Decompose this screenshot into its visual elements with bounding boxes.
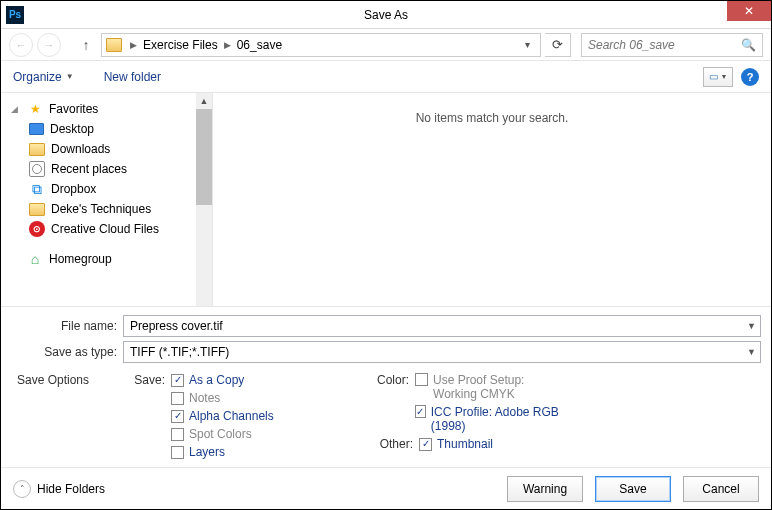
app-icon: Ps: [6, 6, 24, 24]
titlebar: Ps Save As ✕: [1, 1, 771, 29]
search-box[interactable]: 🔍: [581, 33, 763, 57]
tree-label: Homegroup: [49, 252, 112, 266]
color-group-label: Color:: [377, 373, 415, 433]
check-label: ICC Profile: Adobe RGB (1998): [431, 405, 563, 433]
tree-item-dropbox[interactable]: ⧉ Dropbox: [11, 179, 212, 199]
warning-button[interactable]: Warning: [507, 476, 583, 502]
check-label: Thumbnail: [437, 437, 493, 451]
search-input[interactable]: [588, 38, 741, 52]
scroll-up-icon[interactable]: ▲: [196, 93, 212, 109]
tree-label: Downloads: [51, 142, 110, 156]
tree-label: Deke's Techniques: [51, 202, 151, 216]
file-list: No items match your search.: [213, 93, 771, 306]
checkbox-icon: [171, 446, 184, 459]
forward-button[interactable]: →: [37, 33, 61, 57]
back-icon: ←: [16, 39, 27, 51]
hide-folders-button[interactable]: ˄ Hide Folders: [13, 480, 105, 498]
check-label: Spot Colors: [189, 427, 252, 441]
up-icon: ↑: [83, 37, 90, 53]
other-group-label: Other:: [377, 437, 419, 451]
toolbar: Organize ▼ New folder ▭ ▼ ?: [1, 61, 771, 93]
tree-item-recent[interactable]: Recent places: [11, 159, 212, 179]
homegroup-icon: ⌂: [27, 251, 43, 267]
view-options-button[interactable]: ▭ ▼: [703, 67, 733, 87]
check-notes: Notes: [171, 391, 274, 405]
save-type-value: TIFF (*.TIF;*.TIFF): [130, 345, 229, 359]
check-label: As a Copy: [189, 373, 244, 387]
form-area: File name: Prepress cover.tif ▼ Save as …: [1, 306, 771, 467]
checkbox-icon: [171, 410, 184, 423]
chevron-right-icon: ▶: [220, 40, 235, 50]
check-thumbnail[interactable]: Thumbnail: [419, 437, 493, 451]
tree-group-favorites[interactable]: ◢ ★ Favorites: [11, 99, 212, 119]
check-proof-setup: Use Proof Setup: Working CMYK: [415, 373, 563, 401]
tree-label: Favorites: [49, 102, 98, 116]
refresh-button[interactable]: ⟳: [545, 33, 571, 57]
forward-icon: →: [44, 39, 55, 51]
star-icon: ★: [27, 101, 43, 117]
footer: ˄ Hide Folders Warning Save Cancel: [1, 467, 771, 509]
chevron-down-icon[interactable]: ▼: [747, 347, 756, 357]
disclosure-icon: ◢: [11, 104, 21, 114]
tree-group-homegroup[interactable]: ⌂ Homegroup: [11, 249, 212, 269]
checkbox-icon: [171, 392, 184, 405]
organize-label: Organize: [13, 70, 62, 84]
dropbox-icon: ⧉: [29, 181, 45, 197]
check-label: Alpha Channels: [189, 409, 274, 423]
nav-row: ← → ↑ ▶ Exercise Files ▶ 06_save ▾ ⟳ 🔍: [1, 29, 771, 61]
organize-menu[interactable]: Organize ▼: [13, 70, 74, 84]
save-button[interactable]: Save: [595, 476, 671, 502]
breadcrumb-segment[interactable]: 06_save: [237, 38, 282, 52]
check-icc-profile[interactable]: ICC Profile: Adobe RGB (1998): [415, 405, 563, 433]
check-label: Notes: [189, 391, 220, 405]
chevron-down-icon[interactable]: ▼: [747, 321, 756, 331]
check-label: Layers: [189, 445, 225, 459]
file-name-label: File name:: [11, 319, 123, 333]
chevron-down-icon: ▼: [721, 73, 728, 80]
check-as-a-copy[interactable]: As a Copy: [171, 373, 274, 387]
view-icon: ▭: [709, 71, 718, 82]
folder-tree: ◢ ★ Favorites Desktop Downloads Recent p…: [1, 93, 213, 306]
creative-cloud-icon: ⊙: [29, 221, 45, 237]
chevron-right-icon: ▶: [126, 40, 141, 50]
save-group-label: Save:: [129, 373, 171, 459]
tree-item-downloads[interactable]: Downloads: [11, 139, 212, 159]
cancel-button[interactable]: Cancel: [683, 476, 759, 502]
check-layers[interactable]: Layers: [171, 445, 274, 459]
tree-label: Recent places: [51, 162, 127, 176]
tree-item-dekes[interactable]: Deke's Techniques: [11, 199, 212, 219]
checkbox-icon: [415, 373, 428, 386]
back-button[interactable]: ←: [9, 33, 33, 57]
save-type-label: Save as type:: [11, 345, 123, 359]
breadcrumb-segment[interactable]: Exercise Files: [143, 38, 218, 52]
close-button[interactable]: ✕: [727, 1, 771, 21]
chevron-down-icon: ▼: [66, 72, 74, 81]
tree-item-desktop[interactable]: Desktop: [11, 119, 212, 139]
help-button[interactable]: ?: [741, 68, 759, 86]
breadcrumb[interactable]: ▶ Exercise Files ▶ 06_save ▾: [101, 33, 541, 57]
checkbox-icon: [415, 405, 426, 418]
folder-icon: [29, 203, 45, 216]
save-options-header: Save Options: [11, 373, 129, 459]
tree-label: Dropbox: [51, 182, 96, 196]
save-type-field[interactable]: TIFF (*.TIF;*.TIFF) ▼: [123, 341, 761, 363]
checkbox-icon: [171, 374, 184, 387]
scroll-thumb[interactable]: [196, 109, 212, 205]
file-name-field[interactable]: Prepress cover.tif ▼: [123, 315, 761, 337]
up-button[interactable]: ↑: [75, 34, 97, 56]
folder-icon: [106, 38, 122, 52]
tree-scrollbar[interactable]: ▲: [196, 93, 212, 306]
folder-icon: [29, 143, 45, 156]
close-icon: ✕: [744, 4, 754, 18]
refresh-icon: ⟳: [552, 37, 563, 52]
check-alpha-channels[interactable]: Alpha Channels: [171, 409, 274, 423]
check-sublabel: Working CMYK: [433, 387, 515, 401]
search-icon: 🔍: [741, 38, 756, 52]
tree-item-cc[interactable]: ⊙ Creative Cloud Files: [11, 219, 212, 239]
new-folder-button[interactable]: New folder: [104, 70, 161, 84]
breadcrumb-dropdown[interactable]: ▾: [519, 39, 536, 50]
empty-message: No items match your search.: [213, 111, 771, 125]
help-icon: ?: [747, 71, 754, 83]
check-spot-colors: Spot Colors: [171, 427, 274, 441]
save-as-dialog: Ps Save As ✕ ← → ↑ ▶ Exercise Files ▶ 06…: [0, 0, 772, 510]
